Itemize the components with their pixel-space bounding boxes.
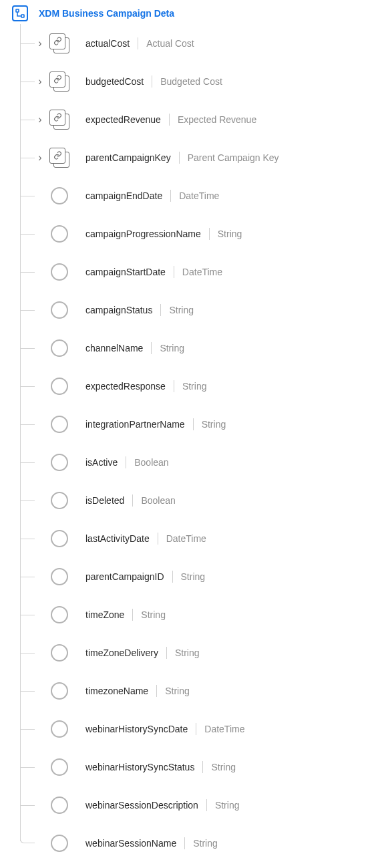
node-text: timezoneNameString (85, 685, 190, 697)
schema-icon (12, 5, 28, 21)
field-name: webinarSessionDescription (85, 800, 198, 811)
tree-node-campaignEndDate[interactable]: campaignEndDateDateTime (20, 176, 378, 214)
tree-node-expectedResponse[interactable]: expectedResponseString (20, 367, 378, 405)
node-text: isDeletedBoolean (85, 494, 176, 507)
field-name: campaignEndDate (85, 190, 162, 201)
field-circle-icon (48, 261, 71, 283)
node-text: expectedRevenueExpected Revenue (85, 114, 256, 126)
field-name: budgetedCost (85, 76, 144, 87)
tree-connector (20, 348, 35, 349)
field-name: actualCost (85, 38, 130, 49)
tree-node-integrationPartnerName[interactable]: integrationPartnerNameString (20, 405, 378, 443)
root-node[interactable]: XDM Business Campaign Deta (0, 3, 378, 24)
field-name: expectedResponse (85, 381, 166, 392)
tree-node-webinarSessionDescription[interactable]: webinarSessionDescriptionString (20, 786, 378, 824)
chevron-right-icon[interactable]: › (35, 114, 45, 125)
divider (184, 837, 185, 849)
tree-connector (20, 767, 35, 768)
tree-node-webinarHistorySyncStatus[interactable]: webinarHistorySyncStatusString (20, 748, 378, 786)
svg-rect-1 (21, 15, 24, 17)
tree-node-timeZone[interactable]: timeZoneString (20, 595, 378, 633)
tree-connector (20, 462, 35, 463)
field-display: String (211, 762, 236, 772)
field-name: expectedRevenue (85, 114, 161, 125)
field-circle-icon (48, 680, 71, 702)
field-display: Actual Cost (146, 38, 194, 49)
object-stack-icon (48, 32, 71, 55)
tree-node-webinarHistorySyncDate[interactable]: webinarHistorySyncDateDateTime (20, 710, 378, 748)
field-circle-icon (48, 451, 71, 474)
tree-node-parentCampaignID[interactable]: parentCampaignIDString (20, 557, 378, 595)
field-name: campaignStartDate (85, 267, 166, 277)
field-name: isDeleted (85, 495, 124, 506)
tree-connector (20, 158, 35, 158)
tree-node-webinarSessionName[interactable]: webinarSessionNameString (20, 824, 378, 862)
tree-node-actualCost[interactable]: ›actualCostActual Cost (20, 24, 378, 62)
divider (156, 685, 157, 697)
field-circle-icon (48, 413, 71, 436)
root-label: XDM Business Campaign Deta (39, 8, 174, 19)
node-text: webinarHistorySyncDateDateTime (85, 723, 244, 735)
field-name: integrationPartnerName (85, 419, 185, 430)
chevron-right-icon[interactable]: › (35, 76, 45, 87)
node-text: isActiveBoolean (85, 456, 169, 468)
tree-connector (20, 424, 35, 425)
field-display: Budgeted Cost (160, 76, 222, 87)
tree-node-isDeleted[interactable]: isDeletedBoolean (20, 481, 378, 519)
divider (126, 456, 126, 468)
tree-node-parentCampaignKey[interactable]: ›parentCampaignKeyParent Campaign Key (20, 138, 378, 176)
divider (132, 494, 133, 507)
divider (151, 342, 152, 354)
node-text: campaignEndDateDateTime (85, 190, 219, 202)
field-circle-icon (48, 718, 71, 740)
tree-node-lastActivityDate[interactable]: lastActivityDateDateTime (20, 519, 378, 557)
field-display: String (202, 419, 226, 430)
field-name: parentCampaignKey (85, 152, 171, 163)
field-name: webinarHistorySyncDate (85, 724, 188, 734)
field-display: String (169, 305, 194, 315)
field-circle-icon (48, 832, 71, 855)
divider (158, 533, 158, 545)
tree-connector (20, 82, 35, 82)
tree-connector (20, 310, 35, 311)
field-name: isActive (85, 457, 118, 468)
svg-rect-0 (16, 9, 19, 12)
field-display: String (193, 838, 218, 849)
tree-node-channelName[interactable]: channelNameString (20, 329, 378, 367)
tree-connector (20, 272, 35, 273)
node-text: expectedResponseString (85, 380, 206, 392)
tree-connector (20, 196, 35, 196)
tree-node-campaignStartDate[interactable]: campaignStartDateDateTime (20, 253, 378, 291)
field-display: String (182, 381, 207, 392)
divider (160, 304, 161, 316)
tree-node-budgetedCost[interactable]: ›budgetedCostBudgeted Cost (20, 62, 378, 100)
field-name: timezoneName (85, 686, 148, 696)
field-display: Expected Revenue (178, 114, 256, 125)
divider (174, 380, 174, 392)
tree-node-timeZoneDelivery[interactable]: timeZoneDeliveryString (20, 633, 378, 672)
field-circle-icon (48, 527, 71, 550)
tree-node-campaignStatus[interactable]: campaignStatusString (20, 291, 378, 329)
divider (179, 152, 180, 164)
tree-node-campaignProgressionName[interactable]: campaignProgressionNameString (20, 214, 378, 253)
node-text: webinarHistorySyncStatusString (85, 761, 236, 773)
divider (174, 266, 174, 278)
object-stack-icon (48, 70, 71, 93)
field-display: String (215, 800, 240, 811)
schema-tree: XDM Business Campaign Deta ›actualCostAc… (0, 3, 378, 862)
field-circle-icon (48, 603, 71, 626)
tree-node-isActive[interactable]: isActiveBoolean (20, 443, 378, 481)
field-circle-icon (48, 299, 71, 321)
tree-node-timezoneName[interactable]: timezoneNameString (20, 672, 378, 710)
node-text: parentCampaignKeyParent Campaign Key (85, 152, 279, 164)
field-display: DateTime (204, 724, 244, 734)
chevron-right-icon[interactable]: › (35, 38, 45, 49)
divider (170, 190, 171, 202)
chevron-right-icon[interactable]: › (35, 152, 45, 163)
field-circle-icon (48, 794, 71, 817)
tree-node-expectedRevenue[interactable]: ›expectedRevenueExpected Revenue (20, 100, 378, 138)
field-display: DateTime (166, 533, 206, 544)
node-text: parentCampaignIDString (85, 571, 205, 583)
node-text: campaignStatusString (85, 304, 194, 316)
tree-connector (20, 824, 35, 843)
